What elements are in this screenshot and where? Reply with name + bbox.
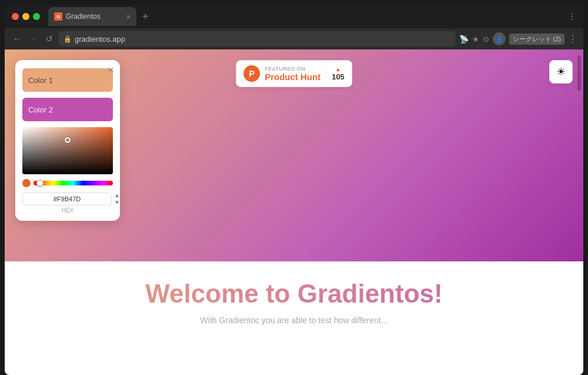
- nav-actions: 📡 ★ ⊙ 👤 シークレット (2) ⋮: [459, 32, 578, 45]
- close-button[interactable]: ×: [108, 65, 114, 75]
- color1-button[interactable]: Color 1: [22, 68, 113, 92]
- browser-window: G Gradientos × + ⋮ ← → ↺ 🔒 gradientos.ap…: [0, 0, 588, 375]
- bookmark-icon[interactable]: ★: [472, 35, 479, 44]
- hue-slider-row: [22, 179, 113, 187]
- ph-count: 105: [332, 72, 345, 81]
- cast-icon[interactable]: 📡: [459, 35, 469, 44]
- lock-icon: 🔒: [64, 35, 72, 43]
- ph-upvote-arrow: ▲: [335, 67, 341, 72]
- back-button[interactable]: ←: [11, 33, 24, 45]
- reload-button[interactable]: ↺: [44, 33, 55, 45]
- main-viewport: P FEATURED ON Product Hunt ▲ 105 ☀: [5, 49, 583, 375]
- traffic-light-yellow[interactable]: [22, 13, 29, 20]
- ph-text-group: FEATURED ON Product Hunt: [265, 66, 320, 82]
- traffic-light-red[interactable]: [12, 13, 19, 20]
- theme-toggle-button[interactable]: ☀: [549, 60, 573, 84]
- profile-icon[interactable]: ⊙: [483, 35, 489, 44]
- hue-swatch: [22, 179, 31, 187]
- bottom-section: Welcome to Gradientos! With Gradientoс y…: [5, 261, 583, 337]
- color1-label: Color 1: [28, 76, 53, 85]
- tab-title: Gradientos: [66, 12, 122, 21]
- browser-chrome: G Gradientos × + ⋮ ← → ↺ 🔒 gradientos.ap…: [5, 5, 583, 375]
- traffic-lights: [12, 13, 40, 20]
- tab-close-icon[interactable]: ×: [126, 12, 131, 21]
- ph-vote-section: ▲ 105: [325, 67, 345, 81]
- new-tab-button[interactable]: +: [142, 11, 149, 23]
- address-bar[interactable]: 🔒 gradientos.app: [59, 31, 456, 47]
- nav-bar: ← → ↺ 🔒 gradientos.app 📡 ★ ⊙ 👤 シークレット (2…: [5, 28, 583, 49]
- address-text: gradientos.app: [75, 35, 125, 44]
- forward-button[interactable]: →: [27, 33, 40, 45]
- hex-input-row: ▲ ▼: [22, 192, 113, 205]
- traffic-light-green[interactable]: [33, 13, 40, 20]
- menu-icon[interactable]: ⋮: [568, 34, 577, 45]
- tab-bar: G Gradientos × + ⋮: [5, 5, 583, 28]
- scrollbar-thumb[interactable]: [577, 55, 581, 91]
- tab-favicon: G: [54, 12, 62, 21]
- hex-label: HEX: [22, 207, 113, 214]
- scrollbar[interactable]: [577, 49, 582, 261]
- hue-thumb: [36, 180, 44, 187]
- tab-manage-icon[interactable]: ⋮: [568, 12, 576, 21]
- color2-label: Color 2: [28, 105, 53, 114]
- browser-tab[interactable]: G Gradientos ×: [48, 7, 136, 26]
- hex-input[interactable]: [22, 193, 112, 205]
- ph-name-label: Product Hunt: [265, 72, 320, 82]
- hue-slider[interactable]: [34, 181, 113, 185]
- incognito-badge: シークレット (2): [509, 34, 565, 45]
- welcome-subtitle: With Gradientoс you are able to test how…: [16, 316, 572, 325]
- canvas-cursor: [65, 137, 71, 143]
- product-hunt-badge[interactable]: P FEATURED ON Product Hunt ▲ 105: [236, 60, 352, 87]
- hex-spinners[interactable]: ▲ ▼: [114, 192, 120, 205]
- color-picker-card: × Color 1 Color 2: [15, 60, 120, 221]
- sun-icon: ☀: [556, 65, 566, 78]
- account-badge[interactable]: 👤: [493, 32, 506, 45]
- color-canvas[interactable]: [22, 127, 113, 174]
- ph-featured-label: FEATURED ON: [265, 66, 320, 72]
- ph-logo: P: [243, 65, 260, 82]
- welcome-title: Welcome to Gradientos!: [16, 279, 572, 308]
- gradient-hero: P FEATURED ON Product Hunt ▲ 105 ☀: [5, 49, 583, 261]
- color2-button[interactable]: Color 2: [22, 98, 113, 121]
